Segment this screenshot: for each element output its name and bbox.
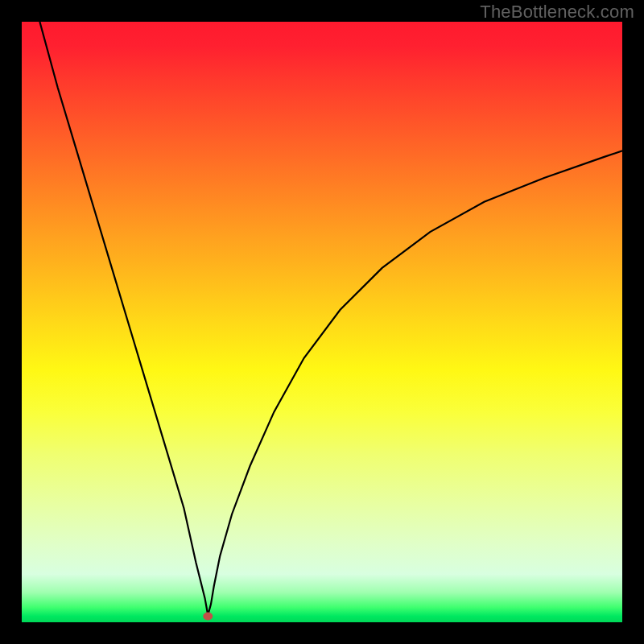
plot-area bbox=[22, 22, 622, 622]
watermark-text: TheBottleneck.com bbox=[480, 2, 634, 23]
curve-layer bbox=[22, 22, 622, 622]
minimum-point-marker bbox=[203, 613, 213, 621]
bottleneck-curve bbox=[39, 22, 622, 615]
chart-frame: TheBottleneck.com bbox=[0, 0, 644, 644]
